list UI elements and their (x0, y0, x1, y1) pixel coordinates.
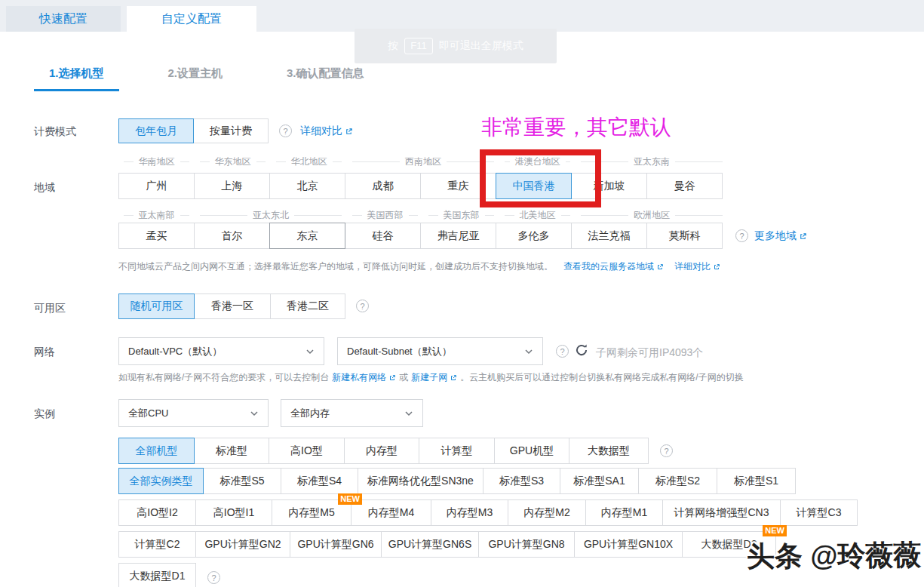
billing-postpaid-button[interactable]: 按量计费 (193, 118, 269, 143)
region-group-southwest: 西南地区 (347, 155, 499, 168)
type-m4-button[interactable]: 内存型M4 (351, 499, 431, 526)
type-m1-button[interactable]: 内存型M1 (585, 499, 663, 526)
type-s4-button[interactable]: 标准型S4 (281, 468, 358, 494)
network-note-pre: 如现有私有网络/子网不符合您的要求，可以去控制台 (118, 371, 329, 384)
region-help-icon[interactable]: ? (735, 229, 748, 242)
network-help-icon[interactable]: ? (556, 345, 569, 358)
type-gn10x-button[interactable]: GPU计算型GN10X (574, 531, 683, 558)
type-help-icon[interactable]: ? (207, 571, 220, 584)
create-subnet-link[interactable]: 新建子网 (411, 371, 457, 384)
region-frankfurt-button[interactable]: 法兰克福 (571, 223, 647, 249)
chevron-down-icon (524, 349, 533, 355)
zone-random-button[interactable]: 随机可用区 (118, 294, 195, 319)
more-regions-link[interactable]: 更多地域 (754, 229, 807, 243)
type-sn3ne-button[interactable]: 标准网络优化型SN3ne (358, 468, 483, 494)
refresh-icon[interactable] (575, 343, 588, 360)
zone-help-icon[interactable]: ? (356, 300, 369, 312)
chevron-down-icon (305, 349, 315, 355)
type-all-button[interactable]: 全部实例类型 (118, 468, 204, 494)
billing-prepaid-button[interactable]: 包年包月 (118, 118, 194, 143)
type-gn6s-button[interactable]: GPU计算型GN6S (381, 531, 479, 558)
billing-help-icon[interactable]: ? (279, 124, 292, 137)
type-gn6-button[interactable]: GPU计算型GN6 (290, 531, 382, 558)
type-m2-button[interactable]: 内存型M2 (508, 499, 586, 526)
region-seoul-button[interactable]: 首尔 (194, 223, 270, 249)
region-toronto-button[interactable]: 多伦多 (496, 223, 572, 249)
new-badge: NEW (763, 525, 787, 536)
region-mumbai-button[interactable]: 孟买 (118, 223, 195, 249)
region-chengdu-button[interactable]: 成都 (345, 173, 421, 199)
zone-options: 随机可用区 香港一区 香港二区 (118, 294, 345, 319)
type-cn3-button[interactable]: 计算网络增强型CN3 (662, 499, 781, 526)
zone-hk2-button[interactable]: 香港二区 (270, 294, 345, 319)
billing-compare-link[interactable]: 详细对比 (300, 124, 353, 138)
external-link-icon (799, 232, 807, 241)
region-guangzhou-button[interactable]: 广州 (118, 173, 195, 199)
region-group-north-america: 北美地区 (499, 209, 576, 222)
type-i1-button[interactable]: 高IO型I1 (195, 499, 272, 526)
family-all-button[interactable]: 全部机型 (118, 438, 195, 464)
region-shanghai-button[interactable]: 上海 (194, 173, 270, 199)
type-m5-button[interactable]: 内存型M5 NEW (272, 499, 351, 526)
type-s3-button[interactable]: 标准型S3 (483, 468, 560, 494)
tab-quick-config[interactable]: 快速配置 (6, 6, 121, 32)
region-compare-text: 详细对比 (674, 260, 711, 273)
vpc-select-value: Default-VPC（默认） (128, 345, 222, 358)
type-c2-button[interactable]: 计算型C2 (118, 531, 196, 558)
region-compare-link[interactable]: 详细对比 (674, 260, 720, 273)
memory-filter-value: 全部内存 (290, 407, 330, 420)
region-beijing-button[interactable]: 北京 (269, 173, 345, 199)
zone-hk1-button[interactable]: 香港一区 (194, 294, 271, 319)
region-group-south-china: 华南地区 (118, 155, 195, 168)
instance-type-row-1: 全部实例类型 标准型S5 标准型S4 标准网络优化型SN3ne 标准型S3 标准… (118, 468, 796, 494)
my-server-regions-link[interactable]: 查看我的云服务器地域 (563, 260, 664, 273)
type-s5-button[interactable]: 标准型S5 (203, 468, 281, 494)
instance-type-row-4: 大数据型D1 (118, 563, 196, 587)
type-i2-button[interactable]: 高IO型I2 (118, 499, 196, 526)
cpu-filter-select[interactable]: 全部CPU (118, 399, 269, 427)
external-link-icon (713, 263, 720, 271)
step-confirm-config[interactable]: 3.确认配置信息 (272, 66, 379, 91)
family-standard-button[interactable]: 标准型 (194, 438, 269, 464)
network-note: 如现有私有网络/子网不符合您的要求，可以去控制台 新建私有网络 或 新建子网 。… (118, 371, 744, 384)
type-s2-button[interactable]: 标准型S2 (638, 468, 717, 494)
type-sa1-button[interactable]: 标准型SA1 (560, 468, 639, 494)
type-d1-button[interactable]: 大数据型D1 (118, 563, 196, 587)
network-label: 网络 (34, 346, 55, 359)
family-gpu-button[interactable]: GPU机型 (494, 438, 569, 464)
family-highio-button[interactable]: 高IO型 (269, 438, 345, 464)
vpc-select[interactable]: Default-VPC（默认） (118, 337, 324, 365)
step-select-model[interactable]: 1.选择机型 (34, 66, 119, 91)
family-help-icon[interactable]: ? (660, 444, 673, 457)
external-link-icon (388, 374, 396, 382)
type-c3-button[interactable]: 计算型C3 (780, 499, 858, 526)
billing-compare-text: 详细对比 (300, 124, 342, 138)
red-highlight-box (480, 149, 601, 207)
type-gn2-button[interactable]: GPU计算型GN2 (195, 531, 290, 558)
region-siliconvalley-button[interactable]: 硅谷 (345, 223, 421, 249)
chevron-down-icon (404, 410, 413, 416)
create-vpc-link[interactable]: 新建私有网络 (332, 371, 396, 384)
region-group-row-2: 亚太南部 亚太东北 美国西部 美国东部 北美地区 欧洲地区 (118, 209, 728, 222)
type-gn8-button[interactable]: GPU计算型GN8 (478, 531, 575, 558)
region-moscow-button[interactable]: 莫斯科 (646, 223, 723, 249)
subnet-select[interactable]: Default-Subnet（默认） (337, 337, 543, 365)
type-m3-button[interactable]: 内存型M3 (431, 499, 508, 526)
type-s1-button[interactable]: 标准型S1 (717, 468, 796, 494)
family-compute-button[interactable]: 计算型 (419, 438, 495, 464)
region-virginia-button[interactable]: 弗吉尼亚 (420, 223, 496, 249)
step-set-host[interactable]: 2.设置主机 (153, 66, 238, 91)
region-bangkok-button[interactable]: 曼谷 (646, 173, 723, 199)
toast-prefix: 按 (388, 39, 398, 53)
family-memory-button[interactable]: 内存型 (344, 438, 419, 464)
region-group-us-east: 美国东部 (423, 209, 499, 222)
region-note: 不同地域云产品之间内网不互通；选择最靠近您客户的地域，可降低访问时延，创建成功后… (118, 260, 720, 273)
memory-filter-select[interactable]: 全部内存 (281, 399, 423, 427)
new-badge: NEW (338, 493, 362, 505)
family-bigdata-button[interactable]: 大数据型 (569, 438, 649, 464)
f11-key: F11 (404, 38, 432, 54)
region-group-row-1: 华南地区 华东地区 华北地区 西南地区 港澳台地区 亚太东南 (118, 155, 728, 168)
tab-custom-config[interactable]: 自定义配置 (127, 6, 256, 32)
subnet-select-value: Default-Subnet（默认） (347, 345, 452, 358)
region-tokyo-button[interactable]: 东京 (269, 223, 345, 249)
